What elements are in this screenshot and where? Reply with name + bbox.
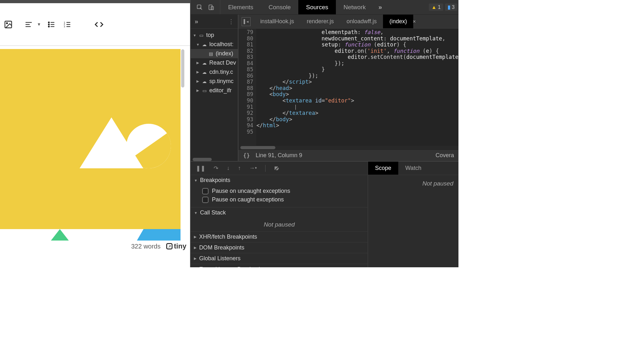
bullet-list-button[interactable] [46,19,57,30]
svg-point-6 [48,24,49,25]
line-gutter: 79 80 81 82 83 84 85 86 87 88 89 90 91 9… [238,29,256,146]
svg-point-5 [48,22,49,23]
section-header[interactable]: ▶DOM Breakpoints [191,242,368,253]
device-toggle-icon[interactable] [208,4,214,10]
svg-point-1 [6,23,8,24]
artwork [48,81,175,176]
nav-menu-button[interactable]: ⋮ [228,18,234,25]
word-count: 322 words [131,243,160,250]
file-tab[interactable]: onloadwff.js [340,15,383,28]
editor-pane: ▼ 123 [0,0,190,267]
callstack-label: Call Stack [200,209,226,216]
section-header[interactable]: ▶XHR/fetch Breakpoints [191,232,368,242]
code-button[interactable] [93,19,105,30]
svg-rect-18 [209,5,212,10]
svg-text:3: 3 [64,25,65,28]
file-tab[interactable]: installHook.js [254,15,300,28]
inspect-icon[interactable] [196,4,203,10]
tree-item[interactable]: ▼☁localhost: [191,40,238,49]
pause-caught-label: Pause on caught exceptions [212,196,284,203]
scope-not-paused: Not paused [368,175,458,267]
editor-canvas[interactable] [0,49,181,241]
vertical-scrollbar[interactable] [181,49,184,88]
svg-point-7 [48,26,49,27]
deactivate-breakpoints-button[interactable] [274,165,280,172]
issue-count: 3 [452,4,455,10]
triangle-shape [80,117,143,168]
navigator-toggle-icon[interactable]: ▌◂ [242,17,251,26]
issues-badge[interactable]: ▮3 [445,4,457,11]
pause-caught-checkbox[interactable]: Pause on caught exceptions [202,195,365,204]
pause-button[interactable]: ❚❚ [196,165,205,172]
code-text[interactable]: elementpath: false, newdocument_content:… [256,29,458,146]
band-triangle [51,229,69,241]
chevron-down-icon[interactable]: ▼ [37,22,41,27]
align-button[interactable] [23,19,34,30]
debugger-panel: ❚❚ ↷ ↓ ↑ →• ▼Breakpoints Pause on uncaug… [191,161,458,267]
more-tabs-button[interactable]: » [373,4,387,11]
step-out-button[interactable]: ↑ [238,165,241,172]
tree-item[interactable]: ▤(index) [191,49,238,58]
tree-item[interactable]: ▶☁cdn.tiny.c [191,67,238,77]
editor-toolbar: ▼ 123 [0,3,190,46]
numbered-list-button[interactable]: 123 [61,19,73,30]
callstack-section-header[interactable]: ▼Call Stack [191,207,368,218]
tree-root[interactable]: ▼▭top [191,31,238,40]
devtools: ElementsConsoleSourcesNetwork » ▲1 ▮3 » … [190,0,458,267]
source-file-tabs: ▌◂ installHook.jsrenderer.jsonloadwff.js… [238,15,458,29]
debugger-toolbar: ❚❚ ↷ ↓ ↑ →• [191,162,368,175]
file-tab[interactable]: renderer.js [300,15,340,28]
pause-uncaught-label: Pause on uncaught exceptions [212,188,290,194]
warning-icon: ▲ [431,4,436,10]
tiny-logo-icon: ↗ [166,243,173,249]
band-blue-shape [137,229,181,241]
step-button[interactable]: →• [249,165,257,172]
tree-item[interactable]: ▶☁sp.tinymc [191,77,238,86]
scope-tab-watch[interactable]: Watch [398,162,428,175]
callstack-not-paused: Not paused [191,218,368,231]
section-header[interactable]: ▶Global Listeners [191,253,368,264]
file-tab[interactable]: (index) [383,15,413,28]
step-over-button[interactable]: ↷ [214,165,218,172]
coverage-link[interactable]: Covera [436,152,454,159]
tab-console[interactable]: Console [261,0,299,14]
breakpoints-label: Breakpoints [200,177,230,184]
breakpoints-section-header[interactable]: ▼Breakpoints [191,175,368,186]
scope-tabs: ScopeWatch [368,162,458,175]
section-header[interactable]: ▶Event Listener Breakpoints [191,264,368,267]
tab-elements[interactable]: Elements [220,0,261,14]
issue-icon: ▮ [448,4,450,10]
warnings-badge[interactable]: ▲1 [429,4,443,11]
navigator-panel: » ⋮ ▼▭top▼☁localhost:▤(index)▶☁React Dev… [191,15,238,161]
editor-statusbar: 322 words ↗ tiny [0,240,190,253]
tiny-logo-text: tiny [174,242,186,250]
tree-item[interactable]: ▶▭editor_ifr [191,86,238,95]
step-into-button[interactable]: ↓ [227,165,230,172]
browser-chrome-strip [0,0,190,3]
pause-uncaught-checkbox[interactable]: Pause on uncaught exceptions [202,187,365,195]
nav-more-button[interactable]: » [195,18,198,25]
pretty-print-icon[interactable]: {} [243,152,250,159]
code-horizontal-scrollbar[interactable] [238,146,458,150]
cursor-position: Line 91, Column 9 [256,152,302,159]
artwork-band [0,229,181,241]
tiny-logo[interactable]: ↗ tiny [166,242,186,250]
tab-sources[interactable]: Sources [298,0,336,14]
close-file-tab[interactable]: × [410,18,418,25]
scope-tab-scope[interactable]: Scope [368,162,398,175]
tree-horizontal-scrollbar[interactable] [193,158,212,161]
source-code-area[interactable]: 79 80 81 82 83 84 85 86 87 88 89 90 91 9… [238,29,458,146]
warning-count: 1 [438,4,441,10]
source-status-bar: {} Line 91, Column 9 Covera [238,150,458,161]
tab-network[interactable]: Network [336,0,373,14]
devtools-tabs: ElementsConsoleSourcesNetwork » ▲1 ▮3 [191,0,458,15]
tree-item[interactable]: ▶☁React Dev [191,58,238,67]
insert-image-button[interactable] [3,19,14,30]
